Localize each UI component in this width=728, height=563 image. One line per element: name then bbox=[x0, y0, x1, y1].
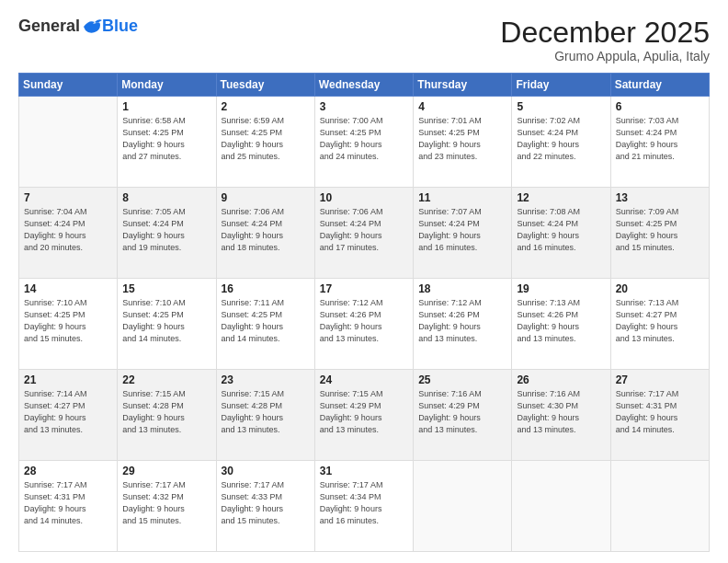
calendar-week-row: 28Sunrise: 7:17 AM Sunset: 4:31 PM Dayli… bbox=[19, 461, 710, 552]
day-info: Sunrise: 6:59 AM Sunset: 4:25 PM Dayligh… bbox=[222, 115, 310, 163]
calendar-cell: 20Sunrise: 7:13 AM Sunset: 4:27 PM Dayli… bbox=[610, 279, 709, 370]
calendar-cell: 30Sunrise: 7:17 AM Sunset: 4:33 PM Dayli… bbox=[216, 461, 314, 552]
day-number: 8 bbox=[122, 191, 210, 204]
calendar-week-row: 7Sunrise: 7:04 AM Sunset: 4:24 PM Daylig… bbox=[19, 188, 710, 279]
calendar-cell: 23Sunrise: 7:15 AM Sunset: 4:28 PM Dayli… bbox=[216, 370, 314, 461]
day-info: Sunrise: 7:02 AM Sunset: 4:24 PM Dayligh… bbox=[517, 115, 605, 163]
col-header-saturday: Saturday bbox=[610, 74, 709, 97]
day-number: 23 bbox=[222, 373, 310, 386]
day-info: Sunrise: 7:09 AM Sunset: 4:25 PM Dayligh… bbox=[616, 206, 704, 254]
day-number: 13 bbox=[616, 191, 704, 204]
day-info: Sunrise: 7:06 AM Sunset: 4:24 PM Dayligh… bbox=[222, 206, 310, 254]
calendar-cell: 10Sunrise: 7:06 AM Sunset: 4:24 PM Dayli… bbox=[314, 188, 413, 279]
calendar-cell bbox=[512, 461, 610, 552]
calendar-cell: 5Sunrise: 7:02 AM Sunset: 4:24 PM Daylig… bbox=[512, 97, 610, 188]
calendar-cell: 9Sunrise: 7:06 AM Sunset: 4:24 PM Daylig… bbox=[216, 188, 314, 279]
day-info: Sunrise: 7:16 AM Sunset: 4:29 PM Dayligh… bbox=[418, 388, 506, 436]
col-header-sunday: Sunday bbox=[19, 74, 118, 97]
day-info: Sunrise: 7:07 AM Sunset: 4:24 PM Dayligh… bbox=[418, 206, 506, 254]
day-number: 22 bbox=[122, 373, 210, 386]
col-header-wednesday: Wednesday bbox=[314, 74, 413, 97]
logo: General Blue bbox=[18, 17, 138, 36]
calendar-cell: 28Sunrise: 7:17 AM Sunset: 4:31 PM Dayli… bbox=[19, 461, 118, 552]
day-info: Sunrise: 7:15 AM Sunset: 4:28 PM Dayligh… bbox=[222, 388, 310, 436]
day-info: Sunrise: 7:13 AM Sunset: 4:26 PM Dayligh… bbox=[517, 297, 605, 345]
calendar-cell: 25Sunrise: 7:16 AM Sunset: 4:29 PM Dayli… bbox=[414, 370, 512, 461]
day-info: Sunrise: 7:17 AM Sunset: 4:32 PM Dayligh… bbox=[122, 479, 210, 527]
day-number: 17 bbox=[320, 282, 408, 295]
day-info: Sunrise: 7:11 AM Sunset: 4:25 PM Dayligh… bbox=[222, 297, 310, 345]
day-info: Sunrise: 7:17 AM Sunset: 4:34 PM Dayligh… bbox=[320, 479, 408, 527]
day-info: Sunrise: 7:10 AM Sunset: 4:25 PM Dayligh… bbox=[24, 297, 112, 345]
col-header-tuesday: Tuesday bbox=[216, 74, 314, 97]
day-number: 24 bbox=[320, 373, 408, 386]
logo-blue-text: Blue bbox=[102, 17, 138, 36]
calendar-cell: 11Sunrise: 7:07 AM Sunset: 4:24 PM Dayli… bbox=[414, 188, 512, 279]
logo-bird-icon bbox=[82, 17, 102, 36]
day-info: Sunrise: 7:12 AM Sunset: 4:26 PM Dayligh… bbox=[418, 297, 506, 345]
day-number: 26 bbox=[517, 373, 605, 386]
day-info: Sunrise: 7:17 AM Sunset: 4:31 PM Dayligh… bbox=[616, 388, 704, 436]
day-number: 6 bbox=[616, 100, 704, 113]
day-info: Sunrise: 7:10 AM Sunset: 4:25 PM Dayligh… bbox=[122, 297, 210, 345]
day-info: Sunrise: 7:15 AM Sunset: 4:29 PM Dayligh… bbox=[320, 388, 408, 436]
month-title: December 2025 bbox=[500, 17, 710, 49]
calendar-cell: 12Sunrise: 7:08 AM Sunset: 4:24 PM Dayli… bbox=[512, 188, 610, 279]
calendar-cell: 31Sunrise: 7:17 AM Sunset: 4:34 PM Dayli… bbox=[314, 461, 413, 552]
day-number: 16 bbox=[222, 282, 310, 295]
day-number: 31 bbox=[320, 465, 408, 477]
day-number: 12 bbox=[517, 191, 605, 204]
calendar-cell bbox=[610, 461, 709, 552]
calendar-cell bbox=[414, 461, 512, 552]
day-number: 1 bbox=[122, 100, 210, 113]
day-number: 4 bbox=[418, 100, 506, 113]
calendar-week-row: 14Sunrise: 7:10 AM Sunset: 4:25 PM Dayli… bbox=[19, 279, 710, 370]
day-info: Sunrise: 6:58 AM Sunset: 4:25 PM Dayligh… bbox=[122, 115, 210, 163]
day-number: 5 bbox=[517, 100, 605, 113]
day-number: 28 bbox=[24, 465, 112, 477]
calendar-cell: 2Sunrise: 6:59 AM Sunset: 4:25 PM Daylig… bbox=[216, 97, 314, 188]
day-number: 21 bbox=[24, 373, 112, 386]
day-info: Sunrise: 7:12 AM Sunset: 4:26 PM Dayligh… bbox=[320, 297, 408, 345]
calendar-cell: 13Sunrise: 7:09 AM Sunset: 4:25 PM Dayli… bbox=[610, 188, 709, 279]
day-info: Sunrise: 7:03 AM Sunset: 4:24 PM Dayligh… bbox=[616, 115, 704, 163]
day-info: Sunrise: 7:14 AM Sunset: 4:27 PM Dayligh… bbox=[24, 388, 112, 436]
calendar-week-row: 1Sunrise: 6:58 AM Sunset: 4:25 PM Daylig… bbox=[19, 97, 710, 188]
calendar-cell: 7Sunrise: 7:04 AM Sunset: 4:24 PM Daylig… bbox=[19, 188, 118, 279]
day-number: 3 bbox=[320, 100, 408, 113]
calendar-cell: 15Sunrise: 7:10 AM Sunset: 4:25 PM Dayli… bbox=[118, 279, 216, 370]
day-number: 29 bbox=[122, 465, 210, 477]
day-info: Sunrise: 7:06 AM Sunset: 4:24 PM Dayligh… bbox=[320, 206, 408, 254]
day-number: 25 bbox=[418, 373, 506, 386]
calendar-cell: 29Sunrise: 7:17 AM Sunset: 4:32 PM Dayli… bbox=[118, 461, 216, 552]
calendar-cell: 27Sunrise: 7:17 AM Sunset: 4:31 PM Dayli… bbox=[610, 370, 709, 461]
calendar-cell: 14Sunrise: 7:10 AM Sunset: 4:25 PM Dayli… bbox=[19, 279, 118, 370]
day-number: 20 bbox=[616, 282, 704, 295]
day-number: 9 bbox=[222, 191, 310, 204]
calendar-cell: 22Sunrise: 7:15 AM Sunset: 4:28 PM Dayli… bbox=[118, 370, 216, 461]
day-info: Sunrise: 7:05 AM Sunset: 4:24 PM Dayligh… bbox=[122, 206, 210, 254]
calendar-cell: 18Sunrise: 7:12 AM Sunset: 4:26 PM Dayli… bbox=[414, 279, 512, 370]
day-info: Sunrise: 7:16 AM Sunset: 4:30 PM Dayligh… bbox=[517, 388, 605, 436]
calendar-cell: 26Sunrise: 7:16 AM Sunset: 4:30 PM Dayli… bbox=[512, 370, 610, 461]
calendar-table: SundayMondayTuesdayWednesdayThursdayFrid… bbox=[18, 73, 710, 552]
page: General Blue December 2025 Grumo Appula,… bbox=[0, 0, 728, 563]
calendar-cell: 24Sunrise: 7:15 AM Sunset: 4:29 PM Dayli… bbox=[314, 370, 413, 461]
day-info: Sunrise: 7:00 AM Sunset: 4:25 PM Dayligh… bbox=[320, 115, 408, 163]
col-header-monday: Monday bbox=[118, 74, 216, 97]
day-number: 2 bbox=[222, 100, 310, 113]
day-info: Sunrise: 7:04 AM Sunset: 4:24 PM Dayligh… bbox=[24, 206, 112, 254]
calendar-cell: 21Sunrise: 7:14 AM Sunset: 4:27 PM Dayli… bbox=[19, 370, 118, 461]
calendar-cell: 1Sunrise: 6:58 AM Sunset: 4:25 PM Daylig… bbox=[118, 97, 216, 188]
day-number: 11 bbox=[418, 191, 506, 204]
day-number: 10 bbox=[320, 191, 408, 204]
day-number: 27 bbox=[616, 373, 704, 386]
day-info: Sunrise: 7:13 AM Sunset: 4:27 PM Dayligh… bbox=[616, 297, 704, 345]
day-info: Sunrise: 7:08 AM Sunset: 4:24 PM Dayligh… bbox=[517, 206, 605, 254]
day-number: 7 bbox=[24, 191, 112, 204]
day-number: 15 bbox=[122, 282, 210, 295]
header-right: December 2025 Grumo Appula, Apulia, Ital… bbox=[500, 17, 710, 63]
calendar-week-row: 21Sunrise: 7:14 AM Sunset: 4:27 PM Dayli… bbox=[19, 370, 710, 461]
col-header-thursday: Thursday bbox=[414, 74, 512, 97]
header: General Blue December 2025 Grumo Appula,… bbox=[18, 17, 710, 63]
